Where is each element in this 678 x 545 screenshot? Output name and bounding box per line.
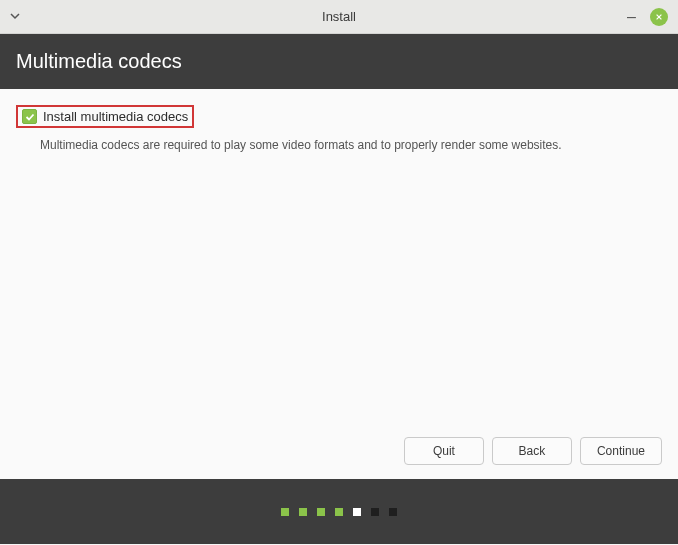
close-button[interactable] (650, 8, 668, 26)
minimize-icon[interactable]: – (627, 9, 636, 25)
window-title: Install (322, 9, 356, 24)
install-codecs-label: Install multimedia codecs (43, 109, 188, 124)
back-button[interactable]: Back (492, 437, 572, 465)
install-codecs-row[interactable]: Install multimedia codecs (22, 109, 188, 124)
progress-step-2 (299, 508, 307, 516)
highlighted-option-box: Install multimedia codecs (16, 105, 194, 128)
progress-step-5 (353, 508, 361, 516)
progress-step-4 (335, 508, 343, 516)
page-heading: Multimedia codecs (0, 34, 678, 89)
continue-button[interactable]: Continue (580, 437, 662, 465)
install-codecs-checkbox[interactable] (22, 109, 37, 124)
progress-step-7 (389, 508, 397, 516)
main-content: Install multimedia codecs Multimedia cod… (0, 89, 678, 479)
progress-footer (0, 479, 678, 544)
quit-button[interactable]: Quit (404, 437, 484, 465)
chevron-down-icon[interactable] (10, 11, 20, 23)
window-titlebar: Install – (0, 0, 678, 34)
titlebar-right-controls: – (627, 8, 668, 26)
titlebar-left-controls (0, 11, 20, 23)
progress-step-3 (317, 508, 325, 516)
progress-step-6 (371, 508, 379, 516)
progress-step-1 (281, 508, 289, 516)
navigation-buttons: Quit Back Continue (404, 437, 662, 465)
codecs-description: Multimedia codecs are required to play s… (40, 138, 662, 152)
